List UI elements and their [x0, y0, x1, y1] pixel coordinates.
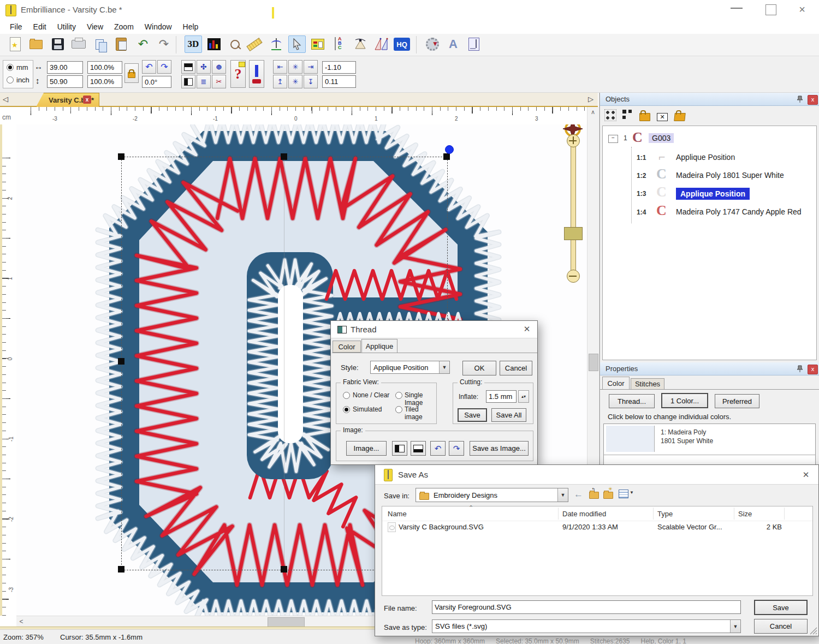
align-center-h-button[interactable]: ✳ — [288, 60, 302, 74]
save-as-close[interactable]: ✕ — [800, 469, 812, 480]
vscroll-up-arrow[interactable]: ∧ — [587, 107, 598, 117]
selection-handle-ne[interactable] — [443, 153, 450, 160]
angle-input[interactable] — [142, 76, 171, 88]
group-objects-button[interactable] — [622, 109, 635, 122]
selection-handle-s[interactable] — [281, 566, 287, 573]
tree-row[interactable]: 1:1 ⌐ Applique Position — [603, 149, 816, 166]
half-view-button[interactable] — [181, 75, 195, 88]
image-button[interactable]: Image... — [346, 441, 387, 456]
tab-scroll-right-icon[interactable]: ▷ — [588, 95, 594, 103]
save-as-cancel-button[interactable]: Cancel — [754, 619, 808, 634]
minimize-button[interactable] — [731, 8, 743, 9]
thread-ok-button[interactable]: OK — [462, 361, 496, 375]
fabric-simulated-radio[interactable] — [343, 406, 350, 413]
proportional-lock-button[interactable] — [124, 63, 139, 83]
align-bottom-button[interactable]: ↧ — [304, 75, 318, 88]
align-center-v-button[interactable]: ✳ — [288, 75, 302, 88]
fit-design-button[interactable]: ✣ — [197, 60, 211, 74]
save-in-select[interactable]: Embroidery Designs ▼ — [416, 488, 568, 502]
node-edit-button[interactable] — [352, 35, 369, 53]
save-as-image-button[interactable]: Save as Image... — [470, 441, 529, 456]
file-name-input[interactable] — [432, 600, 741, 614]
thread-dialog-close[interactable]: ✕ — [521, 324, 533, 335]
menu-view[interactable]: View — [81, 22, 109, 31]
thread-dialog-titlebar[interactable]: Thread ✕ — [331, 321, 537, 338]
color-chart-button[interactable] — [205, 35, 223, 53]
column-size[interactable]: Size — [738, 510, 752, 518]
mask-vertical-button[interactable] — [392, 441, 407, 456]
tree-group-row[interactable]: − 1 C G003 — [603, 130, 816, 147]
fabric-none-radio[interactable] — [343, 392, 350, 399]
fabric-single-radio[interactable] — [395, 392, 402, 399]
file-row[interactable]: Varsity C Background.SVG 9/1/2020 1:33 A… — [382, 521, 812, 534]
selection-handle-sw[interactable] — [118, 566, 124, 573]
hscroll-thumb[interactable] — [268, 617, 305, 627]
redo-button[interactable]: ↷ — [155, 35, 173, 53]
align-right-button[interactable]: ⇥ — [304, 60, 318, 74]
image-rotate-cw-button[interactable]: ↷ — [449, 441, 464, 456]
fabric-tiled-radio[interactable] — [395, 406, 402, 413]
scale-y-input[interactable] — [87, 75, 122, 88]
objects-close-button[interactable]: x — [808, 95, 818, 105]
thread-button[interactable]: Thread... — [609, 394, 655, 408]
pin-icon[interactable] — [797, 365, 803, 373]
column-separator[interactable] — [784, 508, 785, 520]
column-name[interactable]: Name — [388, 510, 407, 518]
resize-grip[interactable] — [810, 627, 817, 635]
thread-palette-button[interactable] — [309, 35, 327, 53]
undo-button[interactable]: ↶ — [134, 35, 152, 53]
pin-icon[interactable] — [797, 96, 803, 103]
menu-file[interactable]: File — [4, 22, 28, 31]
lock-hidden-button[interactable]: ✕ — [657, 108, 671, 122]
width-input[interactable] — [47, 61, 83, 74]
align-left-button[interactable]: ⇤ — [273, 60, 287, 74]
save-as-save-button[interactable]: Save — [754, 600, 808, 615]
print-button[interactable] — [70, 35, 87, 53]
rotate-ccw-button[interactable]: ↶ — [142, 60, 156, 74]
column-separator[interactable] — [653, 508, 654, 520]
back-icon[interactable]: ← — [574, 489, 583, 500]
notes-button[interactable] — [465, 35, 483, 53]
height-input[interactable] — [47, 75, 83, 88]
save-as-type-arrow[interactable]: ▼ — [730, 620, 740, 633]
tree-row[interactable]: 1:4 C Madeira Poly 1747 Candy Apple Red — [603, 204, 816, 221]
zoom-slider-track[interactable] — [571, 146, 576, 278]
offset-y-input[interactable] — [322, 75, 356, 88]
save-as-titlebar[interactable]: Save As ✕ — [375, 465, 818, 485]
inflate-input[interactable]: 1.5 mm — [486, 390, 517, 403]
letter-a-button[interactable]: A — [444, 35, 462, 53]
up-folder-button[interactable]: ↰ — [589, 490, 599, 500]
properties-close-button[interactable]: x — [808, 365, 818, 374]
lock-button[interactable] — [639, 108, 654, 122]
color-swatch[interactable] — [606, 426, 655, 452]
zoom-in-button[interactable] — [567, 134, 580, 147]
selection-handle-nw[interactable] — [118, 153, 124, 160]
copy-button[interactable] — [91, 35, 108, 53]
mesh-transform-button[interactable] — [372, 35, 390, 53]
mask-horizontal-button[interactable] — [411, 441, 426, 456]
hq-button[interactable]: HQ — [393, 35, 411, 53]
open-button[interactable] — [27, 35, 45, 53]
align-top-button[interactable]: ↥ — [273, 75, 287, 88]
vscroll-thumb[interactable] — [589, 354, 598, 371]
tree-expander[interactable]: − — [608, 135, 618, 143]
cutting-save-button[interactable]: Save — [458, 408, 487, 422]
color-row[interactable]: 1: Madeira Poly 1801 Super White — [604, 424, 815, 455]
cutting-save-all-button[interactable]: Save All — [491, 408, 526, 422]
hscroll-left-arrow[interactable]: < — [16, 616, 26, 627]
one-color-button[interactable]: 1 Color... — [661, 393, 708, 408]
zoom-tool-button[interactable] — [226, 35, 244, 53]
properties-panel-header[interactable]: Properties x — [600, 362, 819, 375]
style-select[interactable]: Applique Position ▼ — [370, 361, 450, 374]
column-type[interactable]: Type — [657, 510, 673, 518]
center-design-button[interactable]: ⊕ — [212, 60, 226, 74]
tab-close-button[interactable]: x — [83, 96, 91, 104]
column-date-modified[interactable]: Date modified — [562, 510, 606, 518]
view-menu-button[interactable]: ▼ — [619, 489, 635, 499]
menu-edit[interactable]: Edit — [28, 22, 52, 31]
properties-tab-stitches[interactable]: Stitches — [631, 378, 664, 390]
select-all-objects-button[interactable] — [604, 109, 618, 122]
menu-zoom[interactable]: Zoom — [109, 22, 139, 31]
preferred-button[interactable]: Preferred — [715, 394, 759, 408]
objects-panel-header[interactable]: Objects x — [600, 93, 819, 106]
